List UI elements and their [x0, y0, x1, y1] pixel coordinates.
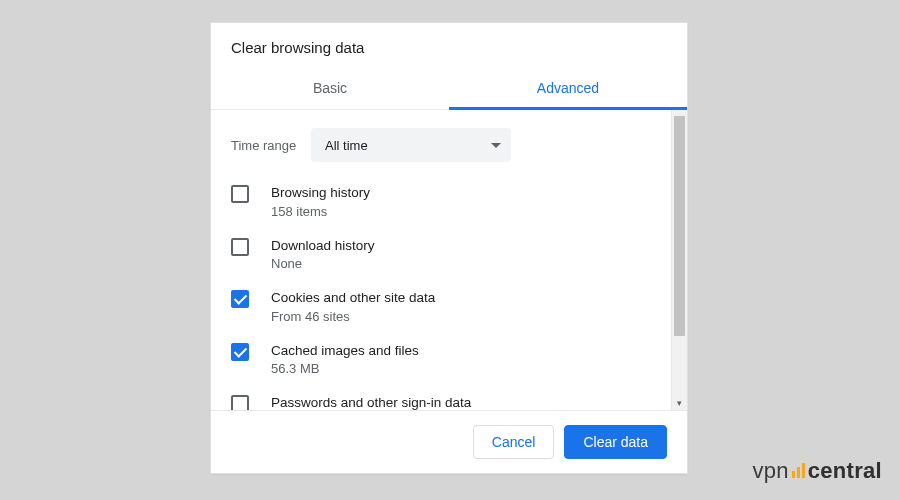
- option-cached-images[interactable]: Cached images and files 56.3 MB: [231, 342, 651, 377]
- option-cookies[interactable]: Cookies and other site data From 46 site…: [231, 289, 651, 324]
- dialog-title: Clear browsing data: [211, 23, 687, 68]
- time-range-value: All time: [325, 138, 368, 153]
- checkbox-cookies[interactable]: [231, 290, 249, 308]
- tab-basic[interactable]: Basic: [211, 68, 449, 109]
- cancel-button[interactable]: Cancel: [473, 425, 555, 459]
- option-subtitle: From 46 sites: [271, 309, 651, 324]
- tab-bar: Basic Advanced: [211, 68, 687, 110]
- option-title: Passwords and other sign-in data: [271, 394, 651, 411]
- options-scroll-area: Time range All time Browsing history 158…: [211, 110, 687, 411]
- option-browsing-history[interactable]: Browsing history 158 items: [231, 184, 651, 219]
- scroll-down-icon[interactable]: ▾: [672, 396, 687, 410]
- option-title: Cookies and other site data: [271, 289, 651, 307]
- time-range-label: Time range: [231, 138, 311, 153]
- option-subtitle: None: [271, 256, 651, 271]
- checkbox-passwords[interactable]: [231, 395, 249, 411]
- time-range-row: Time range All time: [231, 128, 651, 162]
- time-range-select[interactable]: All time: [311, 128, 511, 162]
- checkbox-download-history[interactable]: [231, 238, 249, 256]
- scrollbar-thumb[interactable]: [674, 116, 685, 336]
- clear-data-button[interactable]: Clear data: [564, 425, 667, 459]
- option-subtitle: 158 items: [271, 204, 651, 219]
- option-passwords[interactable]: Passwords and other sign-in data 11 pass…: [231, 394, 651, 411]
- chevron-down-icon: [491, 143, 501, 148]
- scrollbar[interactable]: ▾: [671, 110, 687, 410]
- signal-bars-icon: [792, 463, 805, 478]
- option-subtitle: 56.3 MB: [271, 361, 651, 376]
- option-title: Cached images and files: [271, 342, 651, 360]
- clear-browsing-data-dialog: Clear browsing data Basic Advanced Time …: [210, 22, 688, 474]
- option-title: Download history: [271, 237, 651, 255]
- checkbox-cached-images[interactable]: [231, 343, 249, 361]
- option-download-history[interactable]: Download history None: [231, 237, 651, 272]
- checkbox-browsing-history[interactable]: [231, 185, 249, 203]
- tab-advanced[interactable]: Advanced: [449, 68, 687, 109]
- watermark-logo: vpn central: [752, 458, 882, 484]
- dialog-footer: Cancel Clear data: [211, 411, 687, 473]
- option-title: Browsing history: [271, 184, 651, 202]
